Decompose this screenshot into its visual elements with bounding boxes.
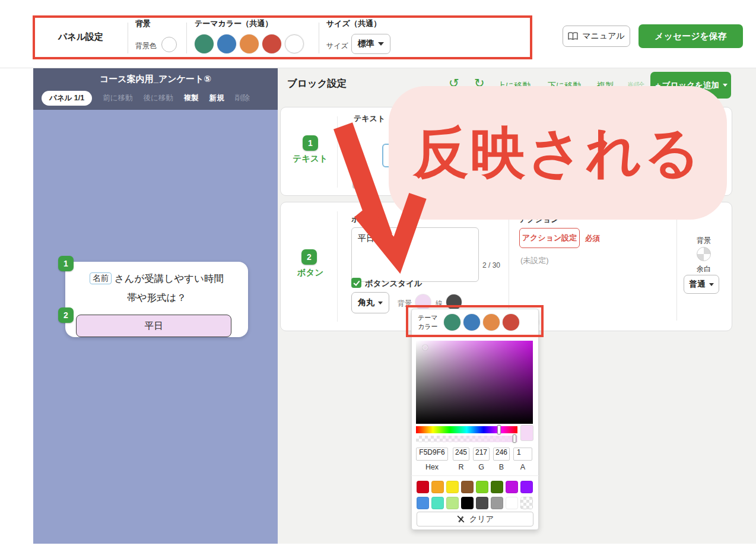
background-color-label: 背景色 <box>135 41 157 51</box>
duplicate-panel-link[interactable]: 複製 <box>184 93 199 103</box>
move-prev-link[interactable]: 前に移動 <box>103 93 132 103</box>
preset-swatch[interactable] <box>417 481 429 493</box>
hex-label: Hex <box>416 463 448 471</box>
theme-color-section-title: テーマカラー（共通） <box>195 18 272 29</box>
duplicate-block-link[interactable]: 複製 <box>597 81 614 91</box>
margin-label: 余白 <box>687 264 720 274</box>
divider <box>319 23 319 53</box>
preset-swatch[interactable] <box>431 481 444 493</box>
panel-settings-bar: パネル設定 背景 背景色 テーマカラー（共通） サイズ（共通） サイズ 標準 マ… <box>0 0 756 68</box>
caret-down-icon <box>378 42 384 46</box>
move-next-link[interactable]: 後に移動 <box>144 93 173 103</box>
theme-color-white[interactable] <box>285 34 304 53</box>
preset-swatch[interactable] <box>476 481 488 493</box>
alpha-gradient <box>416 436 517 442</box>
size-dropdown[interactable]: 標準 <box>351 34 390 54</box>
preset-swatch[interactable] <box>476 497 488 509</box>
g-label: G <box>473 463 490 471</box>
margin-dropdown-value: 普通 <box>690 279 706 290</box>
button-style-checkbox[interactable] <box>351 278 361 288</box>
picker-theme-blue[interactable] <box>463 314 480 331</box>
char-counter: 2 / 30 <box>482 261 500 269</box>
preset-swatch[interactable] <box>520 481 533 493</box>
divider <box>337 116 338 188</box>
question-text-1: さんが受講しやすい時間 <box>115 273 224 284</box>
style-line-label: 線 <box>436 299 443 309</box>
preset-swatch-transparent[interactable] <box>520 497 533 509</box>
picker-theme-red[interactable] <box>503 314 519 331</box>
button-bg-color-swatch[interactable] <box>415 294 431 310</box>
background-color-swatch[interactable] <box>161 37 177 52</box>
theme-color-red[interactable] <box>262 34 281 53</box>
move-block-up-link[interactable]: 上に移動 <box>497 81 531 91</box>
question-line-1: 名前 さんが受講しやすい時間 <box>65 272 248 285</box>
name-tag-chip[interactable] <box>382 144 409 167</box>
action-section-label: アクション <box>519 214 559 225</box>
alpha-handle[interactable] <box>513 434 516 443</box>
divider <box>337 211 338 322</box>
hue-handle[interactable] <box>497 425 501 434</box>
block-1-badge: 1 <box>58 256 74 271</box>
button-text-input[interactable]: 平日 <box>351 227 479 282</box>
preset-swatch[interactable] <box>491 497 503 509</box>
preset-swatch[interactable] <box>506 497 518 509</box>
a-label: A <box>513 463 532 471</box>
redo-icon[interactable]: ↻ <box>474 77 485 89</box>
button-style-label: ボタンスタイル <box>365 278 423 289</box>
text-option-checkbox[interactable] <box>352 176 366 189</box>
hue-slider[interactable] <box>416 426 517 433</box>
clear-color-button[interactable]: クリア <box>417 512 533 526</box>
style-bg-label: 背景 <box>398 299 412 309</box>
block-1-number-badge: 1 <box>303 135 318 151</box>
preset-swatch[interactable] <box>461 497 474 509</box>
new-panel-link[interactable]: 新規 <box>209 93 224 103</box>
preset-swatch[interactable] <box>431 497 444 509</box>
delete-block-link[interactable]: 削除 <box>628 81 644 91</box>
g-input[interactable]: 217 <box>473 448 490 461</box>
clear-icon <box>456 515 465 524</box>
action-settings-button[interactable]: アクション設定 <box>519 228 580 248</box>
block-2-number-badge: 2 <box>301 249 317 265</box>
divider <box>128 23 128 53</box>
a-input[interactable]: 1 <box>513 448 532 461</box>
save-message-button[interactable]: メッセージを保存 <box>639 24 743 48</box>
preset-swatch[interactable] <box>461 481 474 493</box>
caret-down-icon <box>709 283 714 286</box>
preview-choice-button[interactable]: 平日 <box>76 315 231 337</box>
move-block-down-link[interactable]: 下に移動 <box>548 81 581 91</box>
delete-panel-link[interactable]: 削除 <box>235 93 250 103</box>
picker-theme-green[interactable] <box>444 314 460 331</box>
caret-down-icon <box>723 84 728 87</box>
book-icon <box>568 32 578 40</box>
preset-swatch[interactable] <box>446 481 459 493</box>
preset-swatch[interactable] <box>417 497 429 509</box>
caret-down-icon <box>378 302 383 304</box>
clear-button-label: クリア <box>469 514 494 525</box>
preset-swatch[interactable] <box>491 481 503 493</box>
block-bg-label: 背景 <box>687 236 720 246</box>
margin-dropdown[interactable]: 普通 <box>684 275 719 294</box>
r-input[interactable]: 245 <box>453 448 469 461</box>
block-bg-transparent-swatch[interactable] <box>697 247 711 261</box>
theme-color-orange[interactable] <box>240 34 259 53</box>
saturation-cursor[interactable] <box>423 345 428 350</box>
selected-color-preview <box>520 425 533 441</box>
b-input[interactable]: 246 <box>493 448 510 461</box>
theme-color-green[interactable] <box>195 34 214 53</box>
preset-swatch[interactable] <box>506 481 518 493</box>
button-line-color-swatch[interactable] <box>446 294 462 310</box>
theme-color-blue[interactable] <box>217 34 236 53</box>
hex-input[interactable]: F5D9F6 <box>416 448 448 461</box>
block-2-badge: 2 <box>58 307 74 323</box>
divider <box>509 218 509 321</box>
manual-button-label: マニュアル <box>582 31 625 42</box>
manual-button[interactable]: マニュアル <box>563 26 630 47</box>
undo-icon[interactable]: ↺ <box>449 77 459 89</box>
corner-style-dropdown[interactable]: 角丸 <box>351 292 389 313</box>
picker-theme-orange[interactable] <box>483 314 500 331</box>
saturation-area[interactable] <box>416 341 533 424</box>
add-block-button[interactable]: ＋ブロックを追加 <box>650 72 731 99</box>
preset-swatch[interactable] <box>446 497 459 509</box>
alpha-slider[interactable] <box>416 436 517 442</box>
block-1-type-label: テキスト <box>284 153 337 164</box>
